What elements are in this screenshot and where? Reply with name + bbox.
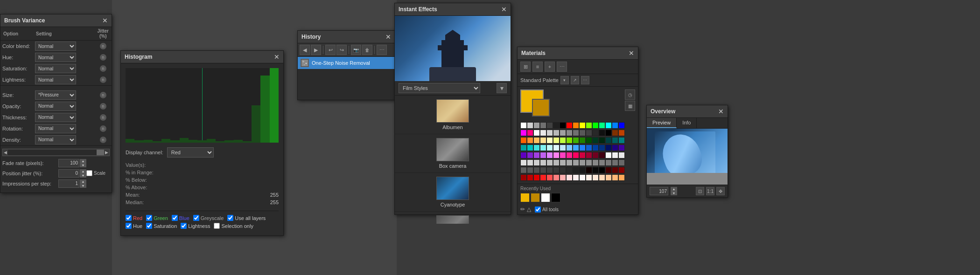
- overview-close[interactable]: ✕: [718, 108, 724, 115]
- mat-swatch-5-3[interactable]: [540, 159, 546, 166]
- mat-swatch-3-7[interactable]: [566, 144, 573, 151]
- mat-swatch-5-5[interactable]: [553, 159, 560, 166]
- cb-selection-only[interactable]: Selection only: [214, 223, 253, 229]
- mat-swatch-5-15[interactable]: [618, 159, 625, 166]
- mat-swatch-0-12[interactable]: [599, 122, 605, 129]
- mat-swatch-7-5[interactable]: [553, 174, 560, 181]
- mat-swatch-4-1[interactable]: [527, 152, 533, 158]
- mat-swatch-6-13[interactable]: [605, 167, 612, 173]
- impressions-up[interactable]: ▲: [80, 179, 86, 184]
- mat-swatch-6-1[interactable]: [527, 167, 533, 173]
- mat-swatch-3-9[interactable]: [579, 144, 586, 151]
- history-delete-btn[interactable]: 🗑: [362, 45, 372, 55]
- overview-tab-preview[interactable]: Preview: [647, 118, 677, 128]
- bv-jitter-icon-0[interactable]: n: [100, 43, 106, 49]
- mat-grid-btn[interactable]: ⊞: [520, 62, 531, 72]
- scroll-left-arrow[interactable]: ◀: [3, 150, 8, 155]
- cb-all-layers-input[interactable]: [227, 215, 233, 221]
- mat-swatch-4-13[interactable]: [605, 152, 612, 158]
- mat-swatch-3-2[interactable]: [533, 144, 540, 151]
- mat-swatch-3-15[interactable]: [618, 144, 625, 151]
- mat-swatch-6-6[interactable]: [560, 167, 566, 173]
- bv-jitter-icon-6[interactable]: n: [100, 114, 106, 121]
- mat-swatch-6-10[interactable]: [586, 167, 592, 173]
- mat-recent-btn[interactable]: ◷: [625, 89, 635, 100]
- mat-swatch-5-14[interactable]: [612, 159, 618, 166]
- channel-select[interactable]: Red Green Blue Greyscale: [167, 147, 214, 158]
- mat-swatch-7-0[interactable]: [520, 174, 527, 181]
- mat-swatch-6-5[interactable]: [553, 167, 560, 173]
- cb-red-input[interactable]: [126, 215, 132, 221]
- mat-swatch-1-13[interactable]: [605, 130, 612, 136]
- history-snapshot-btn[interactable]: 📷: [351, 45, 361, 55]
- mat-swatch-0-10[interactable]: [586, 122, 592, 129]
- mat-swatch-5-13[interactable]: [605, 159, 612, 166]
- brush-variance-close[interactable]: ✕: [102, 17, 108, 24]
- mat-swatch-2-15[interactable]: [618, 137, 625, 144]
- mat-swatch-2-11[interactable]: [592, 137, 599, 144]
- mat-swatch-0-5[interactable]: [553, 122, 560, 129]
- mat-swatch-4-11[interactable]: [592, 152, 599, 158]
- mat-swatch-0-15[interactable]: [618, 122, 625, 129]
- bv-scrollbar[interactable]: ◀ ▶: [2, 149, 110, 156]
- mat-swatch-4-12[interactable]: [599, 152, 605, 158]
- history-redo-btn[interactable]: ↪: [336, 45, 347, 55]
- mat-swatch-6-2[interactable]: [533, 167, 540, 173]
- mat-swatch-1-9[interactable]: [579, 130, 586, 136]
- mat-swatch-2-6[interactable]: [560, 137, 566, 144]
- history-forward-btn[interactable]: ▶: [311, 45, 321, 55]
- mat-swatch-0-11[interactable]: [592, 122, 599, 129]
- scale-checkbox-label[interactable]: Scale: [86, 170, 105, 176]
- mat-swatch-2-1[interactable]: [527, 137, 533, 144]
- mat-add-btn[interactable]: +: [545, 62, 555, 72]
- cb-lightness-input[interactable]: [181, 223, 187, 229]
- fade-rate-down[interactable]: ▼: [80, 163, 86, 167]
- bv-select-5[interactable]: Normal: [35, 102, 76, 111]
- mat-swatch-4-9[interactable]: [579, 152, 586, 158]
- position-jitter-up[interactable]: ▲: [80, 169, 86, 173]
- mat-swatch-7-3[interactable]: [540, 174, 546, 181]
- mat-swatch-1-11[interactable]: [592, 130, 599, 136]
- cb-saturation[interactable]: Saturation: [146, 223, 177, 229]
- bv-select-1[interactable]: Normal: [35, 53, 76, 62]
- fade-rate-up[interactable]: ▲: [80, 159, 86, 163]
- cb-selection-input[interactable]: [214, 223, 220, 229]
- mat-swatch-6-4[interactable]: [546, 167, 553, 173]
- mat-swatch-3-6[interactable]: [560, 144, 566, 151]
- mat-options-btn[interactable]: ⋯: [557, 62, 567, 72]
- mat-swatch-5-6[interactable]: [560, 159, 566, 166]
- mat-swatch-0-0[interactable]: [520, 122, 527, 129]
- mat-swatch-6-11[interactable]: [592, 167, 599, 173]
- cb-blue-input[interactable]: [172, 215, 178, 221]
- mat-swatch-6-7[interactable]: [566, 167, 573, 173]
- bv-select-0[interactable]: Normal: [35, 41, 76, 51]
- mat-swatch-4-14[interactable]: [612, 152, 618, 158]
- mat-swatch-2-9[interactable]: [579, 137, 586, 144]
- mat-swatch-4-15[interactable]: [618, 152, 625, 158]
- mat-palette-action1[interactable]: ↗: [571, 76, 579, 84]
- mat-swatch-7-13[interactable]: [605, 174, 612, 181]
- scroll-right-arrow[interactable]: ▶: [104, 150, 109, 155]
- mat-swatch-1-0[interactable]: [520, 130, 527, 136]
- overview-zoom-down[interactable]: ▼: [671, 191, 677, 195]
- mat-swatch-3-11[interactable]: [592, 144, 599, 151]
- mat-swatch-0-9[interactable]: [579, 122, 586, 129]
- mat-swatch-1-1[interactable]: [527, 130, 533, 136]
- mat-swatch-4-2[interactable]: [533, 152, 540, 158]
- mat-swatch-6-9[interactable]: [579, 167, 586, 173]
- mat-swatch-2-5[interactable]: [553, 137, 560, 144]
- mat-swatch-7-4[interactable]: [546, 174, 553, 181]
- mat-swatch-4-3[interactable]: [540, 152, 546, 158]
- cb-hue[interactable]: Hue: [126, 223, 142, 229]
- materials-close[interactable]: ✕: [629, 50, 634, 56]
- mat-swatch-3-4[interactable]: [546, 144, 553, 151]
- cb-lightness[interactable]: Lightness: [181, 223, 210, 229]
- overview-zoom-100[interactable]: 1:1: [706, 187, 714, 195]
- mat-swatch-1-10[interactable]: [586, 130, 592, 136]
- mat-palette-dropdown[interactable]: ▾: [560, 76, 569, 84]
- bv-select-8[interactable]: Normal: [35, 135, 76, 144]
- mat-swatch-2-0[interactable]: [520, 137, 527, 144]
- bv-jitter-icon-8[interactable]: n: [100, 137, 106, 143]
- mat-swatch-2-2[interactable]: [533, 137, 540, 144]
- bv-jitter-icon-4[interactable]: n: [100, 92, 106, 98]
